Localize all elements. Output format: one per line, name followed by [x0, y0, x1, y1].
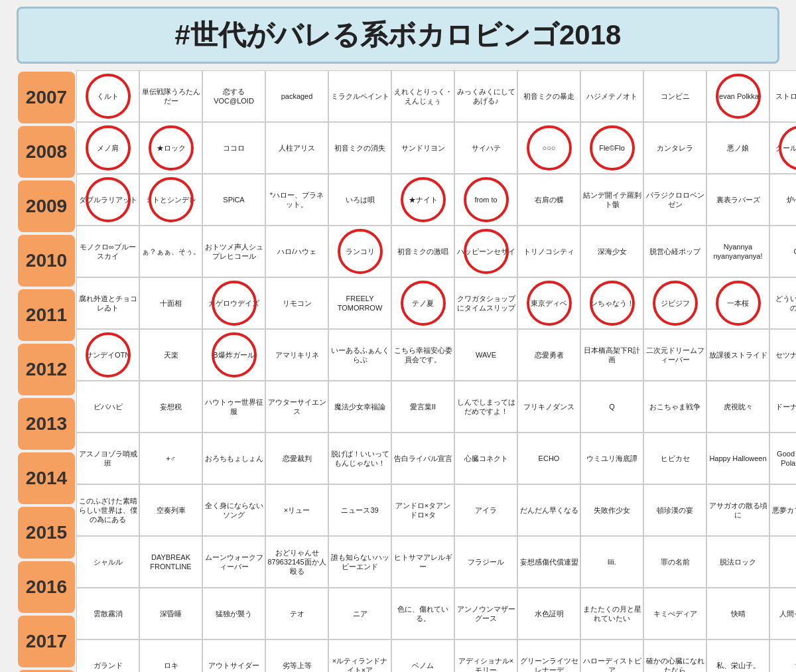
grid-cell: packaged [265, 70, 328, 122]
cell-text: おろちもょしょん [205, 454, 263, 463]
cell-text: しんでしまってはだめですよ！ [456, 397, 515, 417]
grid-cell: ハロ/ハウェ [265, 226, 328, 277]
grid-cell: 右肩の蝶 [517, 174, 580, 226]
grid-cell: ガランド [76, 639, 139, 672]
cell-text: ニア [353, 609, 367, 618]
cell-text: 脱営心経ポップ [649, 247, 700, 256]
grid-cell: メノ肩 [76, 122, 139, 174]
grid-cell: フラジール [454, 536, 517, 588]
grid-cell: Ievan Polkka [706, 70, 769, 122]
grid-cell: SPiCA [202, 174, 265, 226]
cell-text: ハジメテノオト [586, 92, 637, 101]
grid-cell: ×リュー [265, 484, 328, 536]
cell-text: フリキノダンス [523, 402, 574, 411]
cell-text: ヒビカセ [661, 454, 690, 463]
cell-text: クワガタショップにタイムスリップ [456, 294, 515, 313]
grid-cell: 十面相 [139, 277, 202, 329]
grid-cell: ミトとシンデレ [139, 174, 202, 226]
cell-text: カゲロウデイズ [208, 299, 259, 308]
cell-text: 心臓コネクト [464, 454, 508, 463]
grid-cell: Fle©Flo [580, 122, 643, 174]
grid-cell: クワガタショップにタイムスリップ [454, 277, 517, 329]
grid-cell: おどりゃんせ879632145面か人殴る [265, 536, 328, 588]
grid-cell: ぁ？ぁぁ、そぅ。 [139, 226, 202, 277]
grid-cell: 二次元ドリームフィーバー [643, 329, 706, 381]
main-container: 2007200820092010201120122013201420152016… [17, 70, 779, 672]
year-cell: 2009 [18, 180, 75, 232]
grid-cell: ★ロック [139, 122, 202, 174]
year-cell: 2015 [18, 507, 75, 559]
grid-cell: アンノウンマザーグース [454, 588, 517, 639]
grid-cell: ハジメテノオト [580, 70, 643, 122]
cell-text: キミぺディア [653, 609, 697, 618]
grid-cell: しんでしまってはだめですよ！ [454, 381, 517, 433]
cell-text: 初音ミクの消失 [334, 143, 385, 153]
cell-text: Calc [793, 247, 796, 256]
cell-text: DAYBREAK FRONTLINE [141, 553, 200, 572]
cell-text: ハウトゥー世界征服 [204, 397, 263, 417]
cell-text: lili. [608, 557, 616, 567]
cell-text: FREELY TOMORROW [330, 294, 389, 313]
grid-cell: 恋するVOC@LOID [202, 70, 265, 122]
grid-row: アスノヨゾラ哨戒班+♂おろちもょしょん恋愛裁判脱げば！いいって もんじゃない！告… [76, 433, 796, 484]
grid-cell: 人間そっくり [769, 588, 796, 639]
grid-cell: だんだん早くなる [517, 484, 580, 536]
cell-text: テオ [290, 609, 304, 618]
grid-cell: フリキノダンス [517, 381, 580, 433]
grid-cell: Happy Halloween [706, 433, 769, 484]
cell-text: ★ナイト [409, 195, 438, 204]
cell-text: ビバハピ [94, 402, 123, 411]
cell-text: どういうことなの！？ [771, 294, 796, 313]
year-cell: 2012 [18, 344, 75, 395]
cell-text: from to [474, 195, 497, 204]
grid-cell: くルト [76, 70, 139, 122]
grid-cell: サンデイOTN [76, 329, 139, 381]
cell-text: ンちゃなう！ [590, 299, 634, 308]
cell-text: ココロ [223, 143, 245, 153]
grid-cell: またたくの月と星れていたい [580, 588, 643, 639]
cell-text: いろは唄 [346, 195, 375, 204]
grid-cell: lili. [580, 536, 643, 588]
cell-text: 妄想感傷代償連盟 [520, 557, 578, 567]
cell-text: サンデイOTN [86, 350, 130, 360]
year-cell: 2008 [18, 126, 75, 178]
grid-cell: 人柱アリス [265, 122, 328, 174]
grid-cell: 水色証明 [517, 588, 580, 639]
grid-cell: 虎視眈々 [706, 381, 769, 433]
cell-text: Q [609, 402, 615, 411]
grid-row: 雲散霧消深昏睡猛独が襲うテオニア色に、傷れている。アンノウンマザーグース水色証明… [76, 588, 796, 639]
cell-text: アイラ [475, 505, 497, 515]
grid-cell: 空奏列車 [139, 484, 202, 536]
grid-row: ダブルラリアットミトとシンデレSPiCA*ハロー、プラネット。いろは唄★ナイトf… [76, 174, 796, 226]
cell-text: 深海少女 [598, 247, 627, 256]
grid-cell: ニュース39 [328, 484, 391, 536]
cell-text: 初音ミクの激唱 [397, 247, 448, 256]
grid-cell: キミぺディア [643, 588, 706, 639]
cell-text: 裏表ラバーズ [716, 195, 760, 204]
cell-text: 初音ミクの暴走 [523, 92, 574, 101]
cell-text: WAVE [476, 350, 496, 360]
cell-text: クールズマイル [775, 143, 796, 153]
grid-cell: 炉心融解 [769, 174, 796, 226]
grid-cell: おトツメ声人シュプレヒコール [202, 226, 265, 277]
grid-cell: 一本桜 [706, 277, 769, 329]
grid-cell: 天楽 [139, 329, 202, 381]
grid-cell: アサガオの散る頃に [706, 484, 769, 536]
grid-cell: ランコリ [328, 226, 391, 277]
grid-cell: 頓珍漢の宴 [643, 484, 706, 536]
grid-row: メノ肩★ロックココロ人柱アリス初音ミクの消失サンドリヨンサイハテ○○○Fle©F… [76, 122, 796, 174]
grid-cell: Good Morning, Polar Nineht [769, 433, 796, 484]
grid-cell: ★ナイト [391, 174, 454, 226]
grid-cell: from to [454, 174, 517, 226]
cell-text: パラジクロロベンゼン [645, 190, 704, 210]
cell-text: シャルル [94, 557, 123, 567]
grid-cell: 誰も知らないハッピーエンド [328, 536, 391, 588]
cell-text: このふざけた素晴らしい世界は、僕の為にある [78, 496, 137, 525]
grid-cell: ×ルティランドナイト×ア [328, 639, 391, 672]
grid-cell: いーあるふぁんくらぶ [328, 329, 391, 381]
grid-cell: カゲロウデイズ [202, 277, 265, 329]
cell-text: 全く身にならないソング [204, 501, 263, 520]
grid-cell: 妄想税 [139, 381, 202, 433]
cell-text: ×ルティランドナイト×ア [330, 656, 389, 672]
cell-text: 魔法少女幸福論 [334, 402, 385, 411]
